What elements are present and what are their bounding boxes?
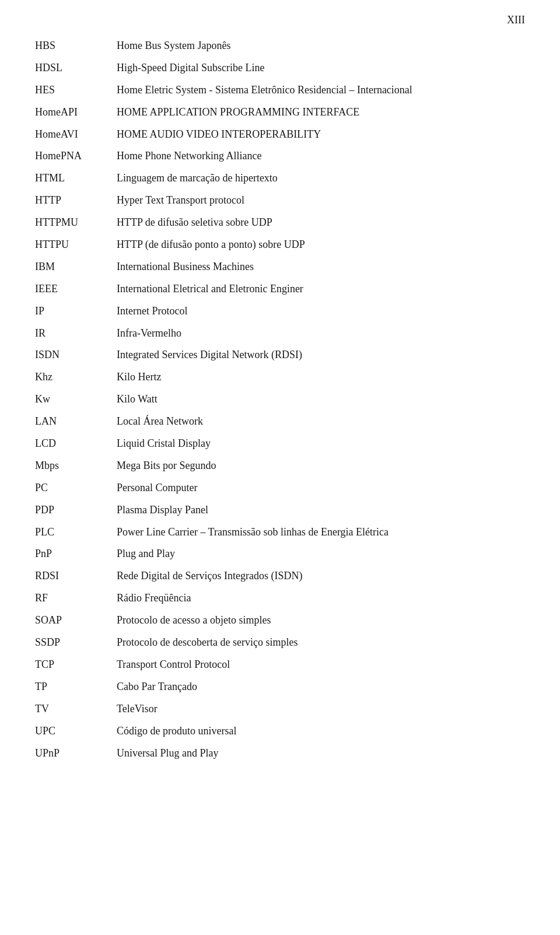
abbreviation: HBS (35, 35, 117, 57)
table-row: KhzKilo Hertz (35, 366, 525, 388)
abbreviation: RF (35, 587, 117, 610)
abbreviation: SSDP (35, 632, 117, 654)
definition: International Eletrical and Eletronic En… (117, 278, 525, 300)
definition: Plasma Display Panel (117, 499, 525, 521)
definition: Rede Digital de Serviços Integrados (ISD… (117, 565, 525, 587)
definition: HTTP de difusão seletiva sobre UDP (117, 212, 525, 234)
table-row: IPInternet Protocol (35, 300, 525, 323)
abbreviation: Khz (35, 366, 117, 388)
abbreviation: IBM (35, 256, 117, 278)
definition: TeleVisor (117, 698, 525, 720)
table-row: HTTPUHTTP (de difusão ponto a ponto) sob… (35, 234, 525, 256)
definition: Kilo Hertz (117, 366, 525, 388)
definition: Internet Protocol (117, 300, 525, 323)
definition: Protocolo de acesso a objeto simples (117, 610, 525, 632)
table-row: SOAPProtocolo de acesso a objeto simples (35, 610, 525, 632)
definition: Mega Bits por Segundo (117, 455, 525, 477)
table-row: IRInfra-Vermelho (35, 323, 525, 345)
definition: Hyper Text Transport protocol (117, 190, 525, 212)
abbreviation: HTTP (35, 190, 117, 212)
acronym-table: HBSHome Bus System JaponêsHDSLHigh-Speed… (35, 35, 525, 764)
table-row: IEEEInternational Eletrical and Eletroni… (35, 278, 525, 300)
abbreviation: LCD (35, 433, 117, 455)
table-row: PCPersonal Computer (35, 477, 525, 499)
abbreviation: HES (35, 79, 117, 101)
table-row: MbpsMega Bits por Segundo (35, 455, 525, 477)
definition: Home Phone Networking Alliance (117, 145, 525, 167)
abbreviation: HomeAPI (35, 101, 117, 124)
definition: Protocolo de descoberta de serviço simpl… (117, 632, 525, 654)
abbreviation: SOAP (35, 610, 117, 632)
table-row: TPCabo Par Trançado (35, 676, 525, 698)
table-row: HomePNAHome Phone Networking Alliance (35, 145, 525, 167)
abbreviation: IR (35, 323, 117, 345)
table-row: TCPTransport Control Protocol (35, 654, 525, 676)
abbreviation: HTML (35, 167, 117, 190)
table-row: RDSIRede Digital de Serviços Integrados … (35, 565, 525, 587)
definition: Liquid Cristal Display (117, 433, 525, 455)
definition: Integrated Services Digital Network (RDS… (117, 344, 525, 366)
table-row: SSDPProtocolo de descoberta de serviço s… (35, 632, 525, 654)
page-number: XIII (507, 14, 525, 26)
abbreviation: PDP (35, 499, 117, 521)
table-row: UPnPUniversal Plug and Play (35, 743, 525, 765)
abbreviation: RDSI (35, 565, 117, 587)
abbreviation: Kw (35, 388, 117, 411)
definition: International Business Machines (117, 256, 525, 278)
definition: Infra-Vermelho (117, 323, 525, 345)
definition: Personal Computer (117, 477, 525, 499)
definition: HOME APPLICATION PROGRAMMING INTERFACE (117, 101, 525, 124)
table-row: TVTeleVisor (35, 698, 525, 720)
definition: Kilo Watt (117, 388, 525, 411)
abbreviation: PLC (35, 521, 117, 544)
abbreviation: PC (35, 477, 117, 499)
definition: Universal Plug and Play (117, 743, 525, 765)
table-row: HTTPMUHTTP de difusão seletiva sobre UDP (35, 212, 525, 234)
table-row: HESHome Eletric System - Sistema Eletrôn… (35, 79, 525, 101)
definition: Cabo Par Trançado (117, 676, 525, 698)
table-row: LCDLiquid Cristal Display (35, 433, 525, 455)
table-row: PnPPlug and Play (35, 543, 525, 565)
abbreviation: LAN (35, 411, 117, 433)
table-row: HTMLLinguagem de marcação de hipertexto (35, 167, 525, 190)
abbreviation: HomeAVI (35, 124, 117, 146)
table-row: HTTPHyper Text Transport protocol (35, 190, 525, 212)
abbreviation: HDSL (35, 57, 117, 79)
table-row: IBMInternational Business Machines (35, 256, 525, 278)
definition: HTTP (de difusão ponto a ponto) sobre UD… (117, 234, 525, 256)
definition: Transport Control Protocol (117, 654, 525, 676)
abbreviation: Mbps (35, 455, 117, 477)
table-row: ISDNIntegrated Services Digital Network … (35, 344, 525, 366)
abbreviation: TCP (35, 654, 117, 676)
abbreviation: HomePNA (35, 145, 117, 167)
table-row: HBSHome Bus System Japonês (35, 35, 525, 57)
abbreviation: IEEE (35, 278, 117, 300)
abbreviation: UPC (35, 720, 117, 743)
table-row: HomeAPIHOME APPLICATION PROGRAMMING INTE… (35, 101, 525, 124)
abbreviation: UPnP (35, 743, 117, 765)
abbreviation: PnP (35, 543, 117, 565)
definition: Home Bus System Japonês (117, 35, 525, 57)
abbreviation: ISDN (35, 344, 117, 366)
abbreviation: TV (35, 698, 117, 720)
table-row: RFRádio Freqüência (35, 587, 525, 610)
table-row: HomeAVIHOME AUDIO VIDEO INTEROPERABILITY (35, 124, 525, 146)
definition: Código de produto universal (117, 720, 525, 743)
table-row: UPCCódigo de produto universal (35, 720, 525, 743)
abbreviation: TP (35, 676, 117, 698)
abbreviation: HTTPMU (35, 212, 117, 234)
definition: HOME AUDIO VIDEO INTEROPERABILITY (117, 124, 525, 146)
table-row: LANLocal Área Network (35, 411, 525, 433)
definition: Plug and Play (117, 543, 525, 565)
definition: Rádio Freqüência (117, 587, 525, 610)
table-row: HDSLHigh-Speed Digital Subscribe Line (35, 57, 525, 79)
table-row: KwKilo Watt (35, 388, 525, 411)
table-row: PLCPower Line Carrier – Transmissão sob … (35, 521, 525, 544)
abbreviation: IP (35, 300, 117, 323)
definition: Home Eletric System - Sistema Eletrônico… (117, 79, 525, 101)
definition: Linguagem de marcação de hipertexto (117, 167, 525, 190)
definition: Local Área Network (117, 411, 525, 433)
table-row: PDPPlasma Display Panel (35, 499, 525, 521)
abbreviation: HTTPU (35, 234, 117, 256)
definition: Power Line Carrier – Transmissão sob lin… (117, 521, 525, 544)
